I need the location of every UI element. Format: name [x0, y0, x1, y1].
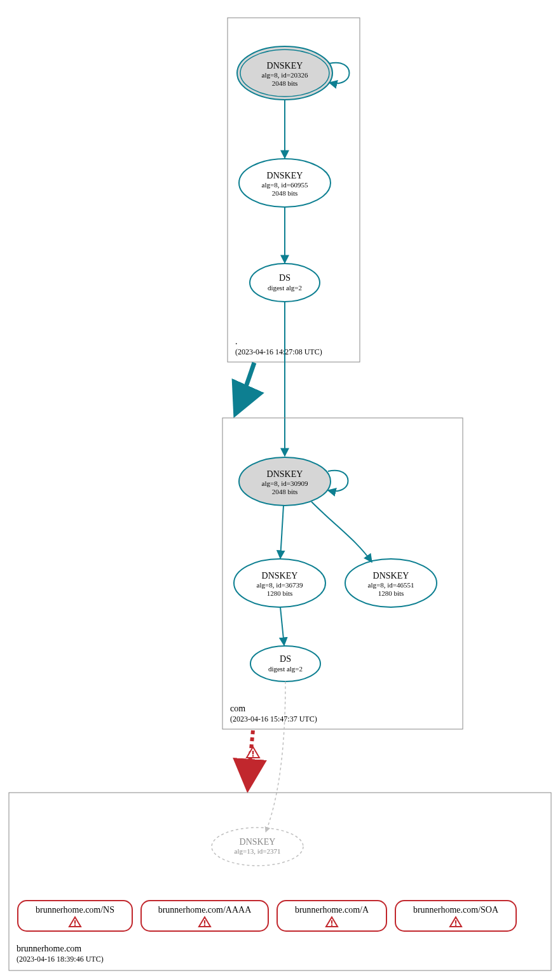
zone-root-label: .	[235, 337, 238, 346]
svg-rect-27	[252, 751, 254, 755]
svg-text:DNSKEY: DNSKEY	[262, 571, 298, 581]
svg-text:alg=13, id=2371: alg=13, id=2371	[235, 847, 281, 855]
svg-text:digest alg=2: digest alg=2	[268, 665, 303, 673]
edge-com-ksk-zsk2	[311, 502, 372, 562]
svg-rect-43	[331, 925, 332, 926]
svg-text:DNSKEY: DNSKEY	[267, 171, 303, 180]
edge-com-ksk-zsk1	[280, 506, 283, 558]
warning-icon	[247, 747, 259, 758]
root-zsk-node: DNSKEY alg=8, id=60955 2048 bits	[239, 159, 331, 207]
svg-text:brunnerhome.com/AAAA: brunnerhome.com/AAAA	[158, 905, 252, 915]
com-zsk1-node: DNSKEY alg=8, id=36739 1280 bits	[234, 559, 325, 607]
svg-text:brunnerhome.com/NS: brunnerhome.com/NS	[36, 905, 114, 915]
svg-text:DS: DS	[280, 654, 291, 664]
svg-point-29	[212, 828, 303, 866]
root-ds-node: DS digest alg=2	[250, 264, 320, 302]
record-a: brunnerhome.com/A	[277, 901, 386, 931]
svg-text:alg=8, id=60955: alg=8, id=60955	[262, 181, 308, 189]
svg-text:DNSKEY: DNSKEY	[267, 469, 303, 479]
dnssec-diagram: . (2023-04-16 14:27:08 UTC) DNSKEY alg=8…	[0, 0, 560, 980]
svg-text:2048 bits: 2048 bits	[272, 79, 298, 87]
edge-com-zsk1-ds	[280, 607, 284, 645]
svg-text:2048 bits: 2048 bits	[272, 488, 298, 495]
zone-com-timestamp: (2023-04-16 15:47:37 UTC)	[230, 715, 317, 723]
root-ksk-node: DNSKEY alg=8, id=20326 2048 bits	[237, 46, 332, 100]
svg-rect-38	[204, 920, 205, 924]
svg-rect-46	[455, 920, 456, 924]
svg-rect-34	[74, 920, 76, 924]
svg-rect-42	[331, 920, 332, 924]
zone-domain-box	[9, 793, 551, 970]
zone-root-timestamp: (2023-04-16 14:27:08 UTC)	[235, 347, 322, 356]
record-aaaa: brunnerhome.com/AAAA	[141, 901, 268, 931]
record-soa: brunnerhome.com/SOA	[395, 901, 516, 931]
svg-text:1280 bits: 1280 bits	[267, 589, 293, 597]
svg-point-9	[250, 264, 320, 302]
svg-text:DNSKEY: DNSKEY	[240, 837, 276, 847]
svg-text:DS: DS	[279, 273, 290, 283]
svg-text:DNSKEY: DNSKEY	[373, 571, 409, 581]
svg-rect-47	[455, 925, 456, 926]
zone-domain-timestamp: (2023-04-16 18:39:46 UTC)	[17, 955, 104, 963]
com-zsk2-node: DNSKEY alg=8, id=46551 1280 bits	[345, 559, 437, 607]
svg-text:brunnerhome.com/SOA: brunnerhome.com/SOA	[413, 905, 499, 915]
zone-domain-label: brunnerhome.com	[17, 944, 81, 953]
svg-text:alg=8, id=30909: alg=8, id=30909	[262, 480, 308, 487]
svg-point-24	[250, 646, 320, 681]
svg-rect-39	[204, 925, 205, 926]
svg-rect-28	[252, 755, 254, 756]
svg-rect-35	[74, 925, 76, 926]
svg-text:2048 bits: 2048 bits	[272, 189, 298, 197]
com-ds-node: DS digest alg=2	[250, 646, 320, 681]
zone-com-label: com	[230, 704, 245, 713]
record-ns: brunnerhome.com/NS	[18, 901, 132, 931]
svg-text:alg=8, id=36739: alg=8, id=36739	[257, 581, 303, 589]
svg-text:alg=8, id=20326: alg=8, id=20326	[262, 71, 308, 79]
edge-root-to-com-delegation	[236, 363, 254, 412]
svg-text:brunnerhome.com/A: brunnerhome.com/A	[295, 905, 369, 915]
edge-com-ds-to-domain-key	[266, 681, 285, 832]
svg-text:digest alg=2: digest alg=2	[268, 284, 302, 292]
svg-text:DNSKEY: DNSKEY	[267, 61, 303, 70]
svg-text:1280 bits: 1280 bits	[378, 589, 404, 597]
domain-key-node: DNSKEY alg=13, id=2371	[212, 828, 303, 866]
com-ksk-node: DNSKEY alg=8, id=30909 2048 bits	[239, 457, 331, 506]
svg-text:alg=8, id=46551: alg=8, id=46551	[368, 581, 414, 589]
